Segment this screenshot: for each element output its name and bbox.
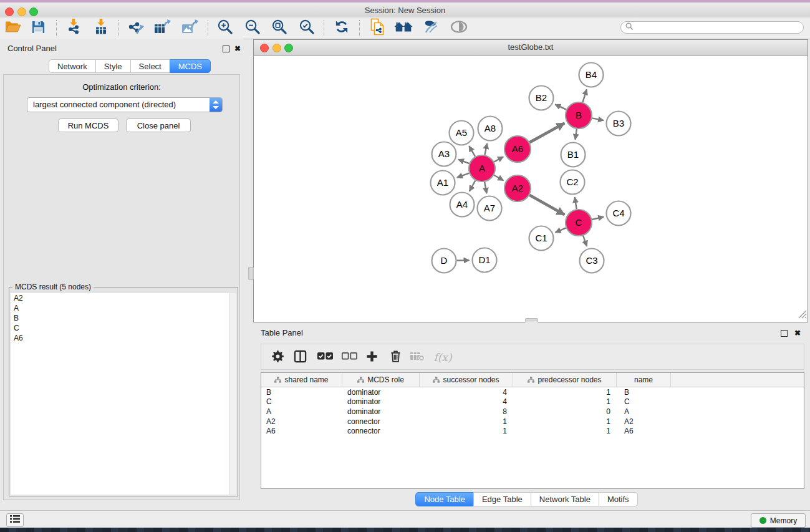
table-cell[interactable]: C xyxy=(261,397,342,406)
zoom-out-button[interactable] xyxy=(243,19,262,37)
tab-edge-table[interactable]: Edge Table xyxy=(473,492,531,506)
table-cell[interactable]: 1 xyxy=(513,417,617,426)
tab-node-table[interactable]: Node Table xyxy=(415,492,474,506)
graph-node-A6[interactable]: A6 xyxy=(504,136,531,162)
delete-column-button[interactable] xyxy=(387,349,404,366)
graph-node-A4[interactable]: A4 xyxy=(450,193,475,217)
column-header-shared-name[interactable]: shared name xyxy=(261,373,342,387)
graph-node-C3[interactable]: C3 xyxy=(580,249,604,273)
mcds-result-item[interactable]: A2 xyxy=(11,293,236,303)
table-cell[interactable]: 1 xyxy=(513,388,617,397)
export-network-button[interactable] xyxy=(126,19,145,37)
deselect-all-button[interactable] xyxy=(339,349,359,366)
mcds-result-item[interactable]: A xyxy=(11,303,236,313)
show-columns-button[interactable] xyxy=(291,349,309,366)
add-column-button[interactable] xyxy=(363,349,380,366)
mcds-result-item[interactable]: A6 xyxy=(11,333,236,343)
column-header-mcds-role[interactable]: MCDS role xyxy=(342,373,420,387)
graph-node-A7[interactable]: A7 xyxy=(478,196,502,221)
table-row[interactable]: Adominator80A xyxy=(261,407,804,417)
graph-edge-C-C1[interactable] xyxy=(556,228,566,232)
float-panel-icon[interactable] xyxy=(223,46,229,52)
table-cell[interactable]: dominator xyxy=(342,407,420,416)
table-cell[interactable]: connector xyxy=(342,417,420,426)
table-cell[interactable]: A2 xyxy=(261,417,342,426)
hide-details-button[interactable] xyxy=(422,19,440,37)
graph-edge-A-A1[interactable] xyxy=(457,173,469,178)
graph-edge-C-C3[interactable] xyxy=(583,236,587,246)
close-panel-button[interactable]: Close panel xyxy=(126,118,191,132)
table-row[interactable]: A2connector11A2 xyxy=(261,417,804,427)
tab-network-table[interactable]: Network Table xyxy=(531,492,599,506)
graph-edge-B-B4[interactable] xyxy=(582,89,586,102)
close-panel-icon[interactable]: ✖ xyxy=(234,45,241,52)
export-table-button[interactable] xyxy=(153,19,171,37)
import-network-button[interactable] xyxy=(64,19,83,37)
mcds-result-list[interactable]: A2ABCA6 xyxy=(11,293,236,495)
save-session-button[interactable] xyxy=(29,19,47,37)
zoom-fit-button[interactable] xyxy=(270,19,289,37)
graph-node-C2[interactable]: C2 xyxy=(561,170,585,195)
table-row[interactable]: Cdominator41C xyxy=(261,397,804,407)
graph-node-A2[interactable]: A2 xyxy=(504,175,531,201)
graph-edge-A2-C[interactable] xyxy=(529,195,564,215)
table-cell[interactable]: dominator xyxy=(342,397,420,406)
scrollbar-track[interactable] xyxy=(229,293,236,495)
table-cell[interactable]: 1 xyxy=(420,427,513,435)
graph-node-B3[interactable]: B3 xyxy=(607,112,631,136)
delete-table-button[interactable] xyxy=(408,349,426,366)
graph-node-D[interactable]: D xyxy=(432,249,456,273)
table-cell[interactable]: 0 xyxy=(513,407,617,416)
graph-node-A5[interactable]: A5 xyxy=(450,121,474,145)
panel-divider-gripper[interactable] xyxy=(248,267,254,280)
select-all-button[interactable] xyxy=(315,349,335,366)
table-cell[interactable]: 8 xyxy=(420,407,513,416)
home-button[interactable] xyxy=(394,19,413,37)
graph-node-C4[interactable]: C4 xyxy=(607,201,631,226)
mcds-result-item[interactable]: B xyxy=(11,313,236,323)
mcds-result-item[interactable]: C xyxy=(11,323,236,333)
graph-edge-A-A4[interactable] xyxy=(470,180,476,191)
table-cell[interactable]: A2 xyxy=(617,417,671,426)
graph-edge-A-A3[interactable] xyxy=(458,160,469,164)
graph-node-A1[interactable]: A1 xyxy=(431,171,455,195)
table-cell[interactable]: B xyxy=(617,388,671,397)
graph-node-B1[interactable]: B1 xyxy=(561,143,586,167)
table-cell[interactable]: dominator xyxy=(342,388,420,397)
graph-edge-A-A8[interactable] xyxy=(485,143,487,155)
graph-node-C[interactable]: C xyxy=(566,210,592,236)
column-header-name[interactable]: name xyxy=(617,373,671,387)
function-builder-button[interactable]: f(x) xyxy=(431,349,455,366)
table-cell[interactable]: 1 xyxy=(513,427,617,435)
table-cell[interactable]: A6 xyxy=(261,427,342,435)
memory-button[interactable]: Memory xyxy=(751,513,806,528)
table-cell[interactable]: 1 xyxy=(420,417,513,426)
tab-motifs[interactable]: Motifs xyxy=(599,492,638,506)
graph-edge-A6-B[interactable] xyxy=(529,123,564,143)
zoom-in-button[interactable] xyxy=(216,19,234,37)
graph-edge-C-C2[interactable] xyxy=(575,197,577,209)
graph-edge-C-C4[interactable] xyxy=(592,217,604,220)
graph-edge-A-A7[interactable] xyxy=(485,182,486,193)
float-panel-icon[interactable] xyxy=(781,330,788,337)
open-session-button[interactable] xyxy=(4,19,22,37)
graph-edge-A-A2[interactable] xyxy=(494,175,503,181)
table-cell[interactable]: 1 xyxy=(513,397,617,406)
birds-eye-button[interactable] xyxy=(450,19,468,37)
graph-edge-A-A5[interactable] xyxy=(469,146,475,157)
resize-corner-icon[interactable] xyxy=(798,310,807,321)
graph-node-C1[interactable]: C1 xyxy=(529,226,554,251)
refresh-button[interactable] xyxy=(332,19,351,37)
graph-edge-B-B1[interactable] xyxy=(575,129,576,140)
graph-node-B2[interactable]: B2 xyxy=(529,86,554,110)
table-settings-button[interactable] xyxy=(269,349,286,366)
graph-node-A[interactable]: A xyxy=(469,155,495,181)
table-cell[interactable]: C xyxy=(617,397,671,406)
table-cell[interactable]: connector xyxy=(342,427,420,435)
import-table-button[interactable] xyxy=(92,19,110,37)
graph-node-D1[interactable]: D1 xyxy=(473,248,497,273)
graph-edge-A-A6[interactable] xyxy=(494,157,503,162)
network-graph[interactable]: B4B2BB3A8A5A6B1A3AA1C2A2A4A7C4CC1C3DD1 xyxy=(254,56,808,322)
table-cell[interactable]: 4 xyxy=(420,388,513,397)
criterion-select[interactable]: largest connected component (directed) xyxy=(27,97,223,112)
